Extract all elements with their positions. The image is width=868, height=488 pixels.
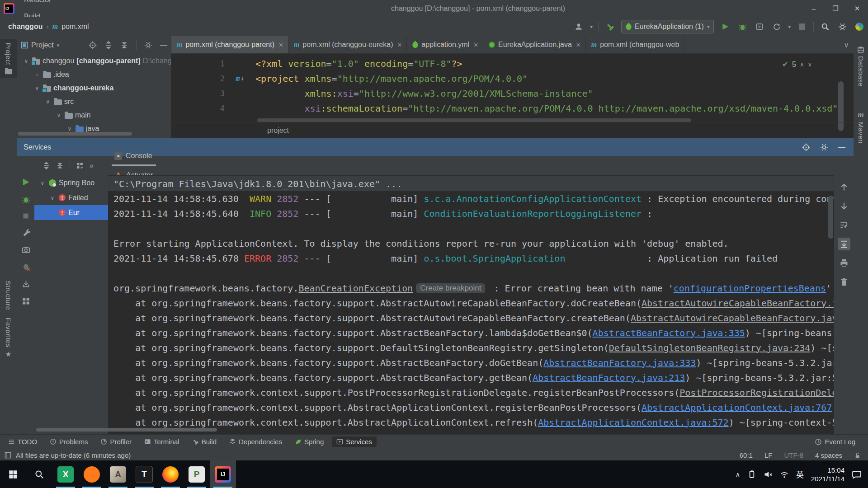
code-line[interactable]: 3 xmlns:xsi="http://www.w3.org/2001/XMLS… (171, 86, 854, 101)
toolwindow-button-terminal[interactable]: Terminal (140, 436, 184, 447)
panel-settings-gear-icon[interactable] (144, 41, 152, 49)
stripe-maven[interactable]: m Maven (854, 107, 868, 147)
toolwindow-button-todo[interactable]: TODO (4, 436, 42, 447)
jump-to-top-icon[interactable] (838, 181, 850, 193)
toolwindow-button-dependencies[interactable]: Dependencies (225, 436, 287, 447)
run-with-coverage-icon[interactable] (754, 21, 765, 33)
editor-tab[interactable]: application.yml✕ (407, 36, 483, 53)
stacktrace-link[interactable]: BeanCreationException (298, 283, 413, 294)
create-breakpoint-inlay[interactable]: Create breakpoint (416, 283, 485, 293)
project-tree-row[interactable]: ∨src (17, 95, 171, 108)
network-signal-icon[interactable] (780, 470, 789, 479)
expand-all-icon[interactable] (104, 41, 113, 49)
toolwindow-switcher-icon[interactable] (5, 452, 11, 459)
project-horizontal-scrollbar[interactable] (18, 132, 132, 136)
caret-position[interactable]: 60:1 (740, 451, 753, 459)
minimize-button[interactable]: – (803, 0, 825, 17)
collapse-all-icon[interactable] (56, 162, 64, 169)
locate-file-icon[interactable] (89, 41, 97, 49)
search-everywhere-icon[interactable] (819, 21, 831, 33)
console-output[interactable]: "C:\Program Files\Java\jdk1.8.0_201\bin\… (108, 176, 834, 434)
settings-gear-icon[interactable] (836, 21, 848, 33)
services-tab-console[interactable]: >Console (108, 146, 160, 166)
user-account-icon[interactable] (573, 21, 585, 33)
debug-button[interactable] (736, 21, 748, 33)
expand-all-icon[interactable] (42, 162, 50, 169)
chevron-down-icon[interactable]: ▾ (57, 42, 60, 48)
maven-gutter-icon[interactable]: m (236, 75, 240, 83)
stripe-favorites[interactable]: Favorites ★ (0, 314, 17, 362)
start-button[interactable] (0, 460, 26, 488)
tab-close-icon[interactable]: ✕ (397, 42, 402, 48)
project-panel-title[interactable]: Project (31, 41, 54, 49)
editor-horizontal-scrollbar[interactable] (257, 118, 691, 122)
debug-service-icon[interactable] (22, 195, 30, 204)
tree-chevron-icon[interactable]: ∨ (55, 112, 62, 118)
run-configuration-select[interactable]: EurekaApplication (1) ▾ (621, 20, 714, 33)
editor-tab[interactable]: EurekaApplication.java✕ (483, 36, 586, 53)
show-dashboard-icon[interactable] (22, 297, 30, 305)
image-viewer-taskbar-button[interactable]: P (184, 460, 210, 488)
thread-dump-icon[interactable] (22, 245, 30, 254)
cad-tool-taskbar-button[interactable]: A (105, 460, 131, 488)
tree-chevron-icon[interactable]: ∨ (66, 126, 73, 132)
services-tree-row[interactable]: ∨Spring Boo (34, 175, 108, 190)
jump-to-bottom-icon[interactable] (838, 200, 850, 212)
print-icon[interactable] (838, 257, 850, 269)
clear-console-icon[interactable] (838, 276, 850, 288)
toolwindow-button-spring[interactable]: Spring (290, 436, 328, 447)
group-by-icon[interactable] (76, 162, 84, 169)
services-tree-row[interactable]: ∨!Failed (34, 190, 108, 205)
toolwindow-button-services[interactable]: Services (332, 436, 377, 447)
hidden-tabs-chevron-icon[interactable]: ∨ (844, 36, 849, 53)
profile-sphere-icon[interactable] (854, 21, 865, 33)
indent-setting[interactable]: 4 spaces (815, 451, 842, 459)
tree-chevron-icon[interactable]: ∨ (33, 85, 41, 91)
rerun-dropdown-icon[interactable]: ▾ (788, 24, 791, 30)
stripe-database[interactable]: Database (854, 42, 868, 90)
stacktrace-link[interactable]: AbstractBeanFactory.java:213 (533, 372, 685, 383)
tree-chevron-icon[interactable]: ∨ (23, 58, 30, 64)
tab-close-icon[interactable]: ✕ (576, 42, 581, 48)
project-tree-row[interactable]: ›.idea (17, 68, 171, 81)
services-tree-row[interactable]: !Eur (34, 205, 108, 220)
toolwindow-button-event-log[interactable]: Event Log (810, 436, 860, 447)
locate-icon[interactable] (802, 143, 810, 151)
stacktrace-link[interactable]: AbstractBeanFactory.java:333 (543, 357, 696, 368)
ime-indicator[interactable]: 英 (796, 469, 804, 480)
stacktrace-link[interactable]: AbstractApplicationContext.java:572 (538, 417, 728, 428)
code-line[interactable]: 1<?xml version="1.0" encoding="UTF-8"?> (171, 56, 854, 71)
tree-chevron-icon[interactable]: ∨ (49, 195, 56, 201)
menu-refactor[interactable]: Refactor (19, 0, 57, 9)
rerun-icon[interactable] (771, 21, 783, 33)
scroll-to-end-icon[interactable] (838, 238, 850, 250)
stacktrace-link[interactable]: AbstractAutowireCapableBeanFactory.j (642, 298, 834, 309)
intellij-idea-taskbar-button[interactable] (210, 460, 236, 488)
toolwindow-button-problems[interactable]: Problems (45, 436, 92, 447)
run-service-icon[interactable] (21, 178, 30, 187)
speaker-muted-icon[interactable] (764, 470, 773, 479)
lock-icon[interactable] (854, 452, 861, 459)
stripe-project[interactable]: Project (0, 39, 17, 78)
notification-center-icon[interactable] (852, 469, 862, 479)
editor-tab[interactable]: mpom.xml (changgou-parent)✕ (171, 36, 288, 53)
file-encoding[interactable]: UTF-8 (784, 451, 803, 459)
project-tree-row[interactable]: ∨changgou [changgou-parent] D:\changg (17, 54, 171, 68)
close-button[interactable]: ✕ (846, 0, 868, 17)
hide-services-icon[interactable]: — (838, 143, 845, 151)
taskbar-clock[interactable]: 15:04 2021/11/14 (811, 466, 844, 483)
editor-tab[interactable]: mpom.xml (changgou-web (586, 36, 684, 53)
terminate-process-icon[interactable] (22, 263, 30, 271)
breadcrumb-module[interactable]: changgou (8, 23, 42, 31)
hide-panel-icon[interactable]: — (160, 41, 167, 49)
firefox-taskbar-button[interactable] (157, 460, 184, 488)
taskbar-search-icon[interactable] (26, 460, 52, 488)
typora-taskbar-button[interactable]: T (131, 460, 157, 488)
maximize-button[interactable]: ❐ (825, 0, 846, 17)
next-problem-icon[interactable]: ∨ (807, 61, 812, 68)
battery-icon[interactable] (747, 470, 756, 479)
collapse-all-icon[interactable] (120, 41, 128, 49)
stripe-structure[interactable]: Structure (0, 277, 17, 314)
stacktrace-link[interactable]: configurationPropertiesBeans (674, 283, 826, 294)
console-scrollbar[interactable] (828, 196, 833, 239)
